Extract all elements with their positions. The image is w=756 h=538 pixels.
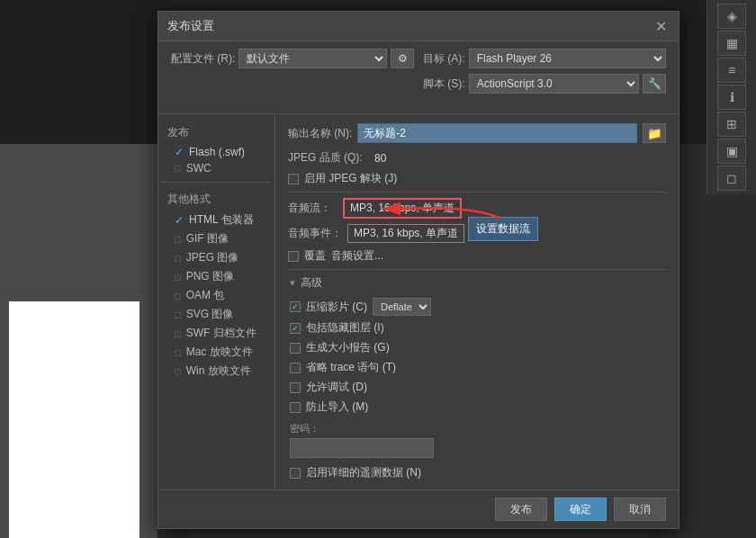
output-name-input[interactable] [357,123,637,143]
audio-stream-btn[interactable]: MP3, 16 kbps, 单声道 [343,198,462,219]
jpeg-quality-row: JPEG 品质 (Q): 80 [288,150,666,166]
sidebar-item-oam[interactable]: OAM 包 [158,286,274,305]
config-profile-row: 配置文件 (R): 默认文件 ⚙ [171,49,414,68]
sidebar-divider-1 [162,182,271,183]
advanced-title: 高级 [301,275,322,291]
dialog-main-content: 输出名称 (N): 📁 JPEG 品质 (Q): 80 启用 JPEG 解块 (… [275,114,679,489]
audio-event-label: 音频事件： [288,226,342,241]
audio-event-btn[interactable]: MP3, 16 kbps, 单声道 [347,224,464,243]
ok-button[interactable]: 确定 [554,498,607,521]
panel-icon-4[interactable]: ℹ [717,85,746,110]
sidebar-item-png[interactable]: PNG 图像 [158,267,274,286]
gif-label: GIF 图像 [186,231,229,247]
telemetry-checkbox[interactable] [290,468,301,479]
advanced-triangle: ▼ [288,278,297,288]
audio-tooltip: 设置数据流 [468,217,538,241]
jpeg-label: JPEG 图像 [186,250,239,265]
folder-button[interactable]: 📁 [643,123,666,143]
prevent-import-label: 防止导入 (M) [306,399,368,415]
include-hidden-checkbox[interactable]: ✓ [290,323,301,334]
config-profile-label: 配置文件 (R): [171,51,235,67]
jpeg-deblock-label: 启用 JPEG 解块 (J) [304,171,397,186]
png-label: PNG 图像 [186,269,234,284]
mac-label: Mac 放映文件 [186,345,253,360]
sidebar-item-svg[interactable]: SVG 图像 [158,305,274,324]
svg-label: SVG 图像 [186,307,234,322]
script-settings-btn[interactable]: 🔧 [643,74,666,94]
allow-debug-checkbox[interactable] [290,382,301,393]
password-section: 密码： [290,422,666,458]
canvas-area [0,144,158,538]
sidebar-item-html[interactable]: HTML 包装器 [158,211,274,229]
jpeg-quality-label: JPEG 品质 (Q): [288,150,369,166]
generate-report-row: 生成大小报告 (G) [290,340,666,355]
compress-row: ✓ 压缩影片 (C) Deflate LZMA [290,298,666,316]
output-name-row: 输出名称 (N): 📁 [288,123,666,143]
sidebar-item-jpeg[interactable]: JPEG 图像 [158,248,274,267]
target-row: 目标 (A): Flash Player 26 [423,49,666,68]
target-select[interactable]: Flash Player 26 [469,49,666,68]
password-label: 密码： [290,422,666,435]
publish-section-title: 发布 [158,121,274,144]
override-row: 覆盖 音频设置... [288,248,666,264]
panel-icon-6[interactable]: ▣ [717,139,746,164]
panel-icon-2[interactable]: ▦ [717,31,746,56]
top-config-area: 配置文件 (R): 默认文件 ⚙ 目标 (A): Flash Player 26… [158,41,679,114]
omit-trace-row: 省略 trace 语句 (T) [290,360,666,375]
allow-debug-row: 允许调试 (D) [290,380,666,395]
jpeg-deblock-checkbox[interactable] [288,174,299,184]
swc-label: SWC [186,162,212,175]
password-input[interactable] [290,438,434,458]
script-select[interactable]: ActionScript 3.0 [469,74,639,94]
include-hidden-row: ✓ 包括隐藏图层 (I) [290,320,666,336]
dialog-footer: 发布 确定 取消 [158,489,679,528]
sidebar-item-win[interactable]: Win 放映文件 [158,362,274,381]
canvas-white [9,301,140,538]
omit-trace-checkbox[interactable] [290,363,301,373]
advanced-header[interactable]: ▼ 高级 [288,275,666,291]
dialog-sidebar: 发布 Flash (.swf) SWC 其他格式 HTML 包装器 GIF 图像… [158,114,275,489]
override-label: 覆盖 [304,248,326,264]
panel-icon-5[interactable]: ⊞ [717,112,746,137]
output-label: 输出名称 (N): [288,126,352,141]
right-panel: ◈ ▦ ≡ ℹ ⊞ ▣ ◻ [706,0,756,194]
override-suffix: 音频设置... [331,248,383,264]
cancel-button[interactable]: 取消 [614,498,666,521]
jpeg-deblock-row: 启用 JPEG 解块 (J) [288,171,666,186]
compress-checkbox[interactable]: ✓ [290,301,301,312]
dialog-titlebar: 发布设置 ✕ [158,12,679,41]
oam-label: OAM 包 [186,288,225,303]
target-label: 目标 (A): [423,51,465,67]
config-right: 目标 (A): Flash Player 26 脚本 (S): ActionSc… [423,49,666,99]
allow-debug-label: 允许调试 (D) [306,380,367,395]
panel-icon-3[interactable]: ≡ [717,58,746,83]
close-button[interactable]: ✕ [652,17,670,35]
sidebar-item-flash-swf[interactable]: Flash (.swf) [158,144,274,160]
panel-icon-7[interactable]: ◻ [717,166,746,191]
panel-icon-1[interactable]: ◈ [717,4,746,29]
config-gear-btn[interactable]: ⚙ [391,49,414,68]
audio-stream-row: 音频流： MP3, 16 kbps, 单声道 [288,198,666,219]
generate-report-label: 生成大小报告 (G) [306,340,390,355]
config-profile-select[interactable]: 默认文件 [238,49,387,68]
script-row: 脚本 (S): ActionScript 3.0 🔧 [423,74,666,94]
swf-archive-label: SWF 归档文件 [186,326,256,341]
generate-report-checkbox[interactable] [290,343,301,354]
sidebar-item-mac[interactable]: Mac 放映文件 [158,343,274,362]
omit-trace-label: 省略 trace 语句 (T) [306,360,396,375]
sidebar-item-swf-archive[interactable]: SWF 归档文件 [158,324,274,343]
prevent-import-row: 防止导入 (M) [290,399,666,415]
sidebar-item-gif[interactable]: GIF 图像 [158,229,274,248]
sidebar-item-swc[interactable]: SWC [158,160,274,176]
publish-button[interactable]: 发布 [495,498,547,521]
prevent-import-checkbox[interactable] [290,402,301,413]
compress-select[interactable]: Deflate LZMA [373,298,431,316]
win-label: Win 放映文件 [186,363,251,379]
script-label: 脚本 (S): [423,76,465,92]
audio-stream-label: 音频流： [288,201,338,216]
config-left: 配置文件 (R): 默认文件 ⚙ [171,49,414,99]
override-checkbox[interactable] [288,251,299,262]
telemetry-label: 启用详细的遥测数据 (N) [306,465,421,480]
separator-1 [288,192,666,193]
compress-label: 压缩影片 (C) [306,300,367,315]
